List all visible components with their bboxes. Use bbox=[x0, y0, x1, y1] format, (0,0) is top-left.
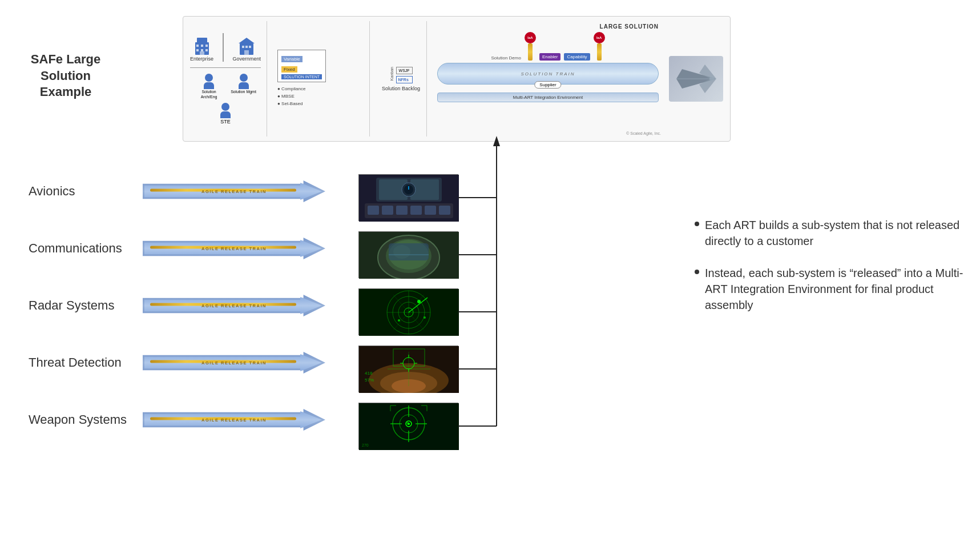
avionics-arrow: AGILE RELEASE TRAIN bbox=[143, 180, 325, 202]
bullet-text-1: Each ART builds a sub-system that is not… bbox=[705, 217, 969, 249]
top-diagram: Enterprise Government bbox=[183, 16, 731, 142]
capability-box: Capability bbox=[564, 53, 590, 61]
multi-art-label: Multi-ART Integration Environment bbox=[437, 93, 659, 102]
bullet-1: Each ART builds a sub-system that is not… bbox=[695, 217, 969, 249]
svg-text:418: 418 bbox=[365, 371, 373, 376]
solution-intent-box: Variable Fixed SOLUTION INTENT bbox=[277, 50, 326, 82]
svg-rect-25 bbox=[410, 206, 422, 215]
solution-train-track: SOLUTION TRAIN Supplier bbox=[437, 63, 659, 85]
svg-rect-27 bbox=[439, 206, 450, 215]
solution-demo-label: Solution Demo bbox=[491, 55, 521, 61]
solution-arch-icon: Solution Arch/Eng bbox=[193, 74, 225, 99]
svg-point-52 bbox=[424, 316, 426, 319]
bullet-dot-2 bbox=[695, 270, 699, 274]
gold-post-2 bbox=[597, 43, 602, 61]
government-icon: Government bbox=[233, 38, 261, 62]
svg-rect-26 bbox=[425, 206, 436, 215]
svg-marker-10 bbox=[239, 38, 255, 43]
checklist: ● Compliance ● MBSE ● Set-Based bbox=[277, 86, 305, 107]
fighter-jet-image bbox=[669, 56, 723, 102]
copyright-label: © Scaled Agile, Inc. bbox=[626, 131, 661, 135]
svg-text:✈: ✈ bbox=[406, 421, 410, 426]
threat-arrow: AGILE RELEASE TRAIN bbox=[143, 352, 325, 374]
svg-rect-14 bbox=[244, 50, 249, 55]
gold-post-1 bbox=[528, 43, 533, 61]
radar-thumbnail bbox=[358, 288, 458, 335]
svg-point-50 bbox=[417, 300, 421, 303]
svg-rect-40 bbox=[389, 243, 429, 260]
supplier-label: Supplier bbox=[534, 81, 561, 89]
comms-arrow: AGILE RELEASE TRAIN bbox=[143, 238, 325, 259]
solution-mgmt-icon: Solution Mgmt bbox=[229, 74, 258, 94]
page-title: SAFe Large Solution Example bbox=[11, 51, 120, 101]
radar-arrow: AGILE RELEASE TRAIN bbox=[143, 295, 325, 316]
large-solution-title: LARGE SOLUTION bbox=[437, 23, 659, 30]
bullet-text-2: Instead, each sub-system is “released” i… bbox=[705, 265, 969, 313]
threat-thumbnail: 418 57% bbox=[358, 346, 458, 392]
enterprise-icon: Enterprise bbox=[190, 38, 213, 62]
nfr-box: NFRs bbox=[396, 76, 413, 83]
svg-rect-3 bbox=[201, 45, 203, 47]
wsjf-box: WSJF bbox=[396, 67, 413, 74]
svg-rect-6 bbox=[201, 49, 203, 51]
svg-rect-24 bbox=[396, 206, 408, 215]
svg-text:270: 270 bbox=[362, 443, 369, 447]
kanban-label: Kanban bbox=[390, 67, 394, 81]
svg-rect-23 bbox=[382, 206, 393, 215]
svg-rect-8 bbox=[200, 51, 204, 55]
comms-label: Communications bbox=[29, 241, 143, 256]
svg-rect-2 bbox=[196, 45, 199, 47]
svg-text:57%: 57% bbox=[365, 378, 374, 383]
ste-icon: STE bbox=[220, 103, 231, 125]
svg-rect-12 bbox=[249, 46, 251, 48]
weapon-arrow: AGILE RELEASE TRAIN bbox=[143, 409, 325, 431]
svg-rect-7 bbox=[205, 49, 208, 51]
avionics-label: Avionics bbox=[29, 184, 143, 199]
svg-rect-1 bbox=[197, 38, 207, 43]
svg-rect-4 bbox=[205, 45, 208, 47]
weapon-label: Weapon Systems bbox=[29, 412, 143, 427]
svg-point-51 bbox=[398, 319, 400, 322]
bullets-container: Each ART builds a sub-system that is not… bbox=[695, 217, 969, 329]
enabler-box: Enabler bbox=[539, 53, 561, 61]
svg-rect-5 bbox=[196, 49, 199, 51]
svg-rect-13 bbox=[245, 46, 248, 48]
bullet-2: Instead, each sub-system is “released” i… bbox=[695, 265, 969, 313]
svg-rect-22 bbox=[368, 206, 379, 215]
comms-thumbnail bbox=[358, 231, 458, 278]
iaa-badge-2: IaA bbox=[594, 32, 605, 43]
svg-rect-11 bbox=[242, 46, 244, 48]
radar-label: Radar Systems bbox=[29, 298, 143, 313]
solution-backlog-label: Solution Backlog bbox=[382, 86, 420, 91]
threat-label: Threat Detection bbox=[29, 355, 143, 370]
bullet-dot-1 bbox=[695, 222, 699, 226]
iaa-badge-1: IaA bbox=[525, 32, 536, 43]
weapon-thumbnail: ✈ 270 bbox=[358, 403, 458, 449]
avionics-thumbnail bbox=[358, 174, 458, 221]
